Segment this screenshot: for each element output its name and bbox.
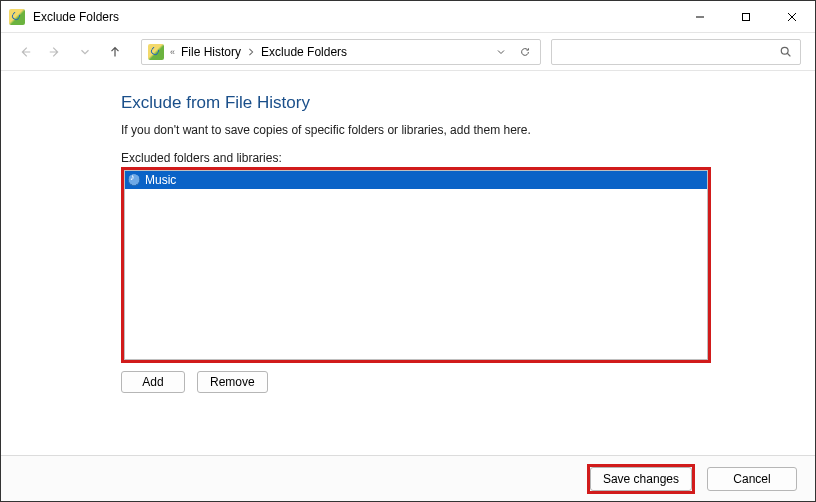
page-heading: Exclude from File History: [121, 93, 711, 113]
chevron-down-icon: [78, 45, 92, 59]
minimize-button[interactable]: [677, 1, 723, 33]
cancel-button[interactable]: Cancel: [707, 467, 797, 491]
nav-toolbar: « File History Exclude Folders: [1, 33, 815, 71]
dialog-footer: Save changes Cancel: [1, 455, 815, 501]
breadcrumb-item-exclude-folders[interactable]: Exclude Folders: [261, 45, 347, 59]
music-library-icon: [127, 173, 141, 187]
nav-back-button[interactable]: [15, 42, 35, 62]
search-icon: [779, 45, 792, 58]
nav-forward-button[interactable]: [45, 42, 65, 62]
breadcrumb-item-file-history[interactable]: File History: [181, 45, 241, 59]
list-button-row: Add Remove: [121, 371, 711, 393]
address-dropdown[interactable]: [492, 46, 510, 58]
content-pane: Exclude from File History If you don't w…: [1, 71, 815, 455]
list-label: Excluded folders and libraries:: [121, 151, 711, 165]
window-title: Exclude Folders: [33, 10, 119, 24]
excluded-list-highlight: Music: [121, 167, 711, 363]
chevron-down-icon: [495, 46, 507, 58]
list-item[interactable]: Music: [125, 171, 707, 189]
arrow-right-icon: [48, 45, 62, 59]
refresh-icon: [519, 46, 531, 58]
list-item-label: Music: [145, 173, 176, 187]
titlebar: Exclude Folders: [1, 1, 815, 33]
arrow-left-icon: [18, 45, 32, 59]
search-input[interactable]: [551, 39, 801, 65]
maximize-button[interactable]: [723, 1, 769, 33]
close-button[interactable]: [769, 1, 815, 33]
chevron-right-icon: [247, 48, 255, 56]
excluded-list[interactable]: Music: [124, 170, 708, 360]
address-bar[interactable]: « File History Exclude Folders: [141, 39, 541, 65]
refresh-button[interactable]: [516, 46, 534, 58]
svg-point-1: [781, 47, 788, 54]
app-icon: [9, 9, 25, 25]
location-icon: [148, 44, 164, 60]
save-button-highlight: Save changes: [587, 464, 695, 494]
nav-up-button[interactable]: [105, 42, 125, 62]
maximize-icon: [741, 12, 751, 22]
minimize-icon: [695, 12, 705, 22]
svg-rect-0: [743, 13, 750, 20]
page-subtext: If you don't want to save copies of spec…: [121, 123, 711, 137]
save-changes-button[interactable]: Save changes: [590, 467, 692, 491]
close-icon: [787, 12, 797, 22]
breadcrumb-prefix: «: [170, 47, 175, 57]
arrow-up-icon: [108, 45, 122, 59]
add-button[interactable]: Add: [121, 371, 185, 393]
remove-button[interactable]: Remove: [197, 371, 268, 393]
nav-recent-dropdown[interactable]: [75, 42, 95, 62]
